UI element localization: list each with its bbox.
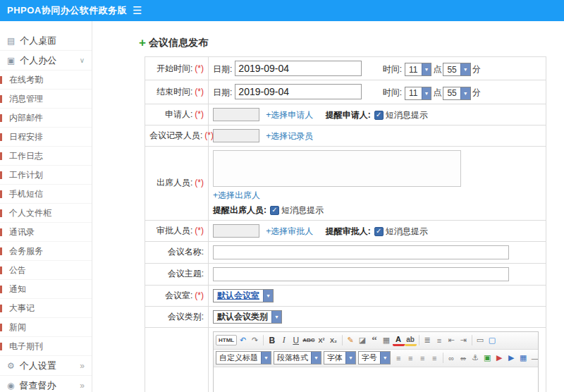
- unordered-list-icon[interactable]: ≡: [434, 333, 446, 347]
- end-hour-select[interactable]: 11▼: [405, 87, 431, 100]
- end-minute-select[interactable]: 55▼: [443, 87, 470, 100]
- superscript-icon[interactable]: X²: [316, 333, 328, 347]
- sidebar-subitem[interactable]: 手机短信: [0, 185, 92, 204]
- subscript-icon[interactable]: X₂: [328, 333, 340, 347]
- start-hour-select[interactable]: 11▼: [405, 63, 431, 76]
- form-row-applicant: 申请人:(*) +选择申请人 提醒申请人:✓短消息提示: [145, 104, 546, 125]
- chevron-right-icon: »: [80, 381, 85, 391]
- sidebar-subitem[interactable]: 电子期刊: [0, 337, 92, 356]
- form-row-meeting-name: 会议名称:: [145, 241, 546, 263]
- item-marker: [0, 286, 2, 293]
- field-label: 申请人:: [165, 109, 192, 119]
- bold-icon[interactable]: B: [266, 333, 278, 347]
- sidebar-item-settings[interactable]: ⚙ 个人设置 »: [0, 356, 92, 376]
- attendees-sms-checkbox[interactable]: ✓: [270, 206, 279, 215]
- sidebar-subitem[interactable]: 日程安排: [0, 128, 92, 147]
- unlink-icon[interactable]: ∞: [458, 351, 470, 365]
- toolbar-separator[interactable]: [342, 335, 343, 345]
- approver-input[interactable]: [213, 224, 259, 238]
- blockquote-icon[interactable]: “: [369, 333, 381, 347]
- page-title: 会议信息发布: [149, 37, 208, 49]
- monitor-icon: ◉: [7, 381, 14, 391]
- minute-unit-label: 分: [472, 64, 481, 74]
- paragraph-format-select[interactable]: 段落格式▼: [274, 351, 321, 365]
- fullscreen-icon[interactable]: ▢: [486, 333, 498, 347]
- select-recorder-link[interactable]: +选择记录员: [266, 131, 313, 141]
- sidebar-subitem[interactable]: 个人文件柜: [0, 204, 92, 223]
- menu-toggle-icon[interactable]: ☰: [133, 0, 142, 21]
- editor-content-area[interactable]: [214, 367, 538, 392]
- custom-title-select[interactable]: 自定义标题▼: [216, 351, 271, 365]
- select-approver-link[interactable]: +选择审批人: [266, 226, 313, 236]
- attendees-textarea[interactable]: [213, 150, 461, 187]
- italic-icon[interactable]: I: [278, 333, 290, 347]
- sidebar-item-office[interactable]: ▣ 个人办公 ∨: [0, 51, 92, 71]
- meeting-subject-input[interactable]: [213, 267, 509, 281]
- meeting-room-select[interactable]: 默认会议室▼: [213, 289, 274, 302]
- anchor-icon[interactable]: ⚓: [470, 351, 482, 365]
- item-marker: [0, 114, 2, 122]
- applicant-sms-checkbox[interactable]: ✓: [374, 111, 384, 120]
- table-icon[interactable]: ▦: [517, 351, 529, 365]
- align-left-icon[interactable]: ≡: [393, 351, 405, 365]
- meeting-name-input[interactable]: [213, 245, 509, 259]
- select-attendees-link[interactable]: +选择出席人: [213, 190, 260, 202]
- check-icon: ✓: [271, 207, 277, 214]
- select-applicant-link[interactable]: +选择申请人: [266, 110, 313, 120]
- toolbar-separator[interactable]: [472, 335, 472, 345]
- sidebar-item-desktop[interactable]: ▤ 个人桌面: [0, 31, 92, 51]
- ordered-list-icon[interactable]: ≣: [422, 333, 434, 347]
- hr-icon[interactable]: —: [529, 351, 538, 365]
- toolbar-separator[interactable]: [263, 335, 264, 345]
- sidebar-item-supervise[interactable]: ◉ 督查督办 »: [0, 376, 92, 392]
- insert-code-icon[interactable]: ▦: [381, 333, 393, 347]
- align-right-icon[interactable]: ≡: [417, 351, 429, 365]
- indent-icon[interactable]: ⇥: [458, 333, 470, 347]
- strikethrough-icon[interactable]: ABC: [302, 333, 315, 347]
- applicant-input[interactable]: [213, 108, 259, 121]
- format-painter-icon[interactable]: ✎: [345, 333, 357, 347]
- sidebar-subitem[interactable]: 公告: [0, 261, 92, 280]
- end-date-input[interactable]: [235, 84, 362, 99]
- align-justify-icon[interactable]: ≡: [429, 351, 441, 365]
- form-row-approver: 审批人员:(*) +选择审批人 提醒审批人:✓短消息提示: [145, 220, 546, 241]
- required-mark: (*): [195, 226, 204, 235]
- font-size-select[interactable]: 字号▼: [358, 351, 391, 365]
- highlight-color-icon[interactable]: ab: [405, 335, 417, 346]
- remove-format-icon[interactable]: ◪: [357, 333, 369, 347]
- sidebar-subitem[interactable]: 工作日志: [0, 147, 92, 166]
- select-arrow-icon: ▼: [263, 290, 273, 302]
- recorder-input[interactable]: [213, 129, 259, 142]
- sidebar-subitem[interactable]: 通知: [0, 280, 92, 299]
- redo-icon[interactable]: ↷: [249, 333, 261, 347]
- font-color-icon[interactable]: A: [393, 335, 405, 346]
- main-content: + 会议信息发布 开始时间:(*) 日期: 时间:11▼点55▼分 结束时间:(…: [92, 21, 564, 392]
- flash-icon[interactable]: ▶: [494, 351, 505, 365]
- media-icon[interactable]: ▶: [505, 351, 517, 365]
- align-center-icon[interactable]: ≡: [405, 351, 417, 365]
- underline-icon[interactable]: U: [290, 333, 302, 347]
- toolbar-separator[interactable]: [443, 353, 443, 363]
- sidebar-subitem[interactable]: 内部邮件: [0, 109, 92, 128]
- sidebar-subitem[interactable]: 新闻: [0, 318, 92, 337]
- image-icon[interactable]: ▣: [482, 351, 494, 365]
- html-source-button[interactable]: HTML: [216, 335, 237, 345]
- sidebar-subitem[interactable]: 大事记: [0, 299, 92, 318]
- sidebar-subitem[interactable]: 工作计划: [0, 166, 92, 185]
- sidebar-subitem[interactable]: 通讯录: [0, 223, 92, 242]
- start-date-input[interactable]: [235, 61, 362, 76]
- toolbar-separator[interactable]: [419, 335, 419, 345]
- meeting-form: 开始时间:(*) 日期: 时间:11▼点55▼分 结束时间:(*) 日期: 时间…: [145, 56, 546, 392]
- font-family-select[interactable]: 字体▼: [324, 351, 356, 365]
- link-icon[interactable]: ∞: [446, 351, 458, 365]
- start-minute-select[interactable]: 55▼: [443, 63, 470, 76]
- approver-sms-checkbox[interactable]: ✓: [374, 227, 384, 236]
- meeting-category-select[interactable]: 默认会议类别▼: [213, 310, 282, 324]
- sidebar: ▤ 个人桌面 ▣ 个人办公 ∨ 在线考勤 消息管理 内: [0, 21, 92, 392]
- sidebar-subitem[interactable]: 会务服务: [0, 242, 92, 261]
- sidebar-subitem[interactable]: 消息管理: [0, 90, 92, 109]
- undo-icon[interactable]: ↶: [237, 333, 249, 347]
- sidebar-subitem[interactable]: 在线考勤: [0, 71, 92, 90]
- print-icon[interactable]: ▭: [474, 333, 486, 347]
- outdent-icon[interactable]: ⇤: [446, 333, 458, 347]
